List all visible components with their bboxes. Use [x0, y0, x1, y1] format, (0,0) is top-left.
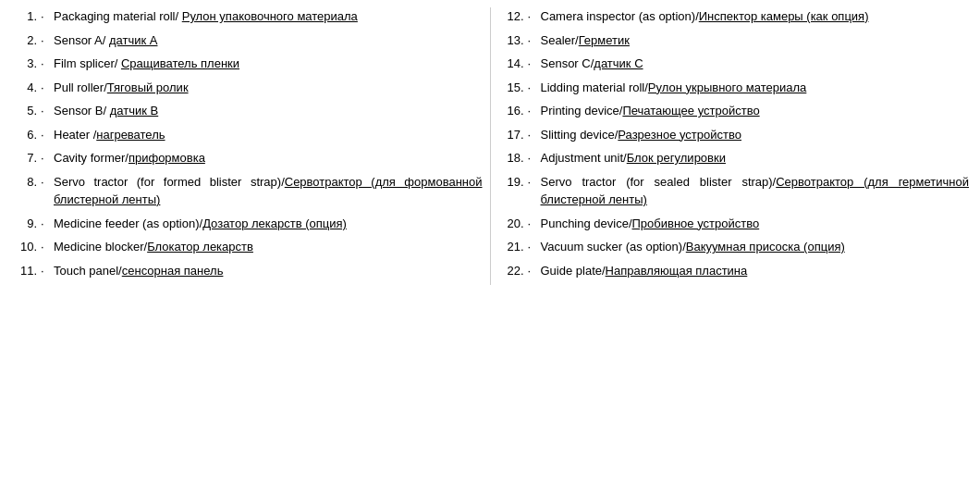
item-content: Cavity former/приформовка	[54, 149, 483, 167]
item-content: Camera inspector (as option)/Инспектор к…	[541, 7, 970, 26]
item-text-underline: Пробивное устройство	[632, 217, 760, 230]
item-content: Vacuum sucker (as option)/Вакуумная прис…	[541, 238, 970, 256]
item-bullet: ·	[41, 55, 54, 73]
item-text-underline: датчик С	[594, 56, 643, 70]
item-content: Punching device/Пробивное устройство	[541, 215, 970, 233]
item-text-underline: Дозатор лекарств (опция)	[202, 217, 347, 230]
item-number: 21.	[498, 238, 528, 256]
list-item: 3. · Film splicer/ Сращиватель пленки	[11, 55, 483, 73]
list-item: 21. · Vacuum sucker (as option)/Вакуумна…	[498, 238, 970, 256]
item-number: 14.	[498, 55, 528, 73]
item-number: 2.	[11, 31, 41, 50]
item-text-underline: нагреватель	[96, 128, 165, 142]
item-text-underline: Блокатор лекарств	[147, 240, 253, 254]
item-text-underline: приформовка	[129, 151, 205, 165]
item-number: 18.	[498, 149, 528, 167]
item-bullet: ·	[528, 102, 541, 120]
item-number: 15.	[498, 79, 528, 97]
list-item: 19. · Servo tractor (for sealed blister …	[498, 173, 970, 209]
list-item: 12. · Camera inspector (as option)/Инспе…	[498, 7, 970, 26]
item-number: 6.	[11, 126, 41, 144]
item-bullet: ·	[41, 215, 54, 233]
item-text-underline: Рулон укрывного материала	[648, 80, 806, 94]
list-item: 10. · Medicine blocker/Блокатор лекарств	[11, 238, 483, 256]
item-content: Heater /нагреватель	[54, 126, 483, 144]
list-item: 1. · Packaging material roll/ Рулон упак…	[11, 7, 483, 26]
item-text-underline: датчик В	[110, 104, 159, 118]
item-bullet: ·	[41, 126, 54, 144]
item-number: 7.	[11, 149, 41, 167]
item-text-underline: Направляющая пластина	[606, 264, 748, 278]
item-text-underline: Рулон упаковочного материала	[182, 9, 358, 23]
item-number: 9.	[11, 215, 41, 233]
item-number: 19.	[498, 173, 528, 192]
item-text-underline: Печатающее устройство	[622, 104, 759, 118]
item-number: 16.	[498, 102, 528, 120]
item-text-underline: датчик А	[109, 33, 158, 47]
list-item: 14. · Sensor C/датчик С	[498, 55, 970, 73]
item-content: Film splicer/ Сращиватель пленки	[54, 55, 483, 73]
item-content: Packaging material roll/ Рулон упаковочн…	[54, 7, 483, 26]
item-content: Sensor B/ датчик В	[54, 102, 483, 120]
item-number: 12.	[498, 7, 528, 26]
item-content: Pull roller/Тяговый ролик	[54, 79, 483, 97]
list-item: 20. · Punching device/Пробивное устройст…	[498, 215, 970, 233]
item-text-underline: сенсорная панель	[122, 264, 224, 278]
list-item: 16. · Printing device/Печатающее устройс…	[498, 102, 970, 120]
item-number: 10.	[11, 238, 41, 256]
main-container: 1. · Packaging material roll/ Рулон упак…	[0, 0, 980, 292]
item-text-underline: Разрезное устройство	[618, 128, 741, 142]
item-bullet: ·	[528, 238, 541, 256]
item-number: 4.	[11, 79, 41, 97]
item-content: Medicine feeder (as option)/Дозатор лека…	[54, 215, 483, 233]
item-content: Slitting device/Разрезное устройство	[541, 126, 970, 144]
item-content: Sensor C/датчик С	[541, 55, 970, 73]
item-content: Adjustment unit/Блок регулировки	[541, 149, 970, 167]
list-item: 6. · Heater /нагреватель	[11, 126, 483, 144]
list-item: 13. · Sealer/Герметик	[498, 31, 970, 50]
item-text-underline: Вакуумная присоска (опция)	[686, 240, 845, 254]
item-bullet: ·	[528, 79, 541, 97]
item-content: Lidding material roll/Рулон укрывного ма…	[541, 79, 970, 97]
list-item: 4. · Pull roller/Тяговый ролик	[11, 79, 483, 97]
item-number: 8.	[11, 173, 41, 192]
list-item: 5. · Sensor B/ датчик В	[11, 102, 483, 120]
item-bullet: ·	[41, 149, 54, 167]
item-bullet: ·	[41, 262, 54, 280]
item-text-underline: Тяговый ролик	[107, 80, 189, 94]
item-number: 20.	[498, 215, 528, 233]
item-content: Guide plate/Направляющая пластина	[541, 262, 970, 280]
column-2: 12. · Camera inspector (as option)/Инспе…	[491, 7, 977, 285]
item-content: Sensor A/ датчик А	[54, 31, 483, 50]
list-item: 11. · Touch panel/сенсорная панель	[11, 262, 483, 280]
item-bullet: ·	[41, 31, 54, 50]
list-item: 18. · Adjustment unit/Блок регулировки	[498, 149, 970, 167]
item-number: 3.	[11, 55, 41, 73]
item-bullet: ·	[528, 149, 541, 167]
item-content: Printing device/Печатающее устройство	[541, 102, 970, 120]
item-bullet: ·	[528, 215, 541, 233]
item-bullet: ·	[528, 173, 541, 192]
item-bullet: ·	[41, 79, 54, 97]
list-item: 22. · Guide plate/Направляющая пластина	[498, 262, 970, 280]
list-item: 2. · Sensor A/ датчик А	[11, 31, 483, 50]
item-bullet: ·	[528, 31, 541, 50]
list-item: 8. · Servo tractor (for formed blister s…	[11, 173, 483, 209]
item-bullet: ·	[528, 126, 541, 144]
column-1: 1. · Packaging material roll/ Рулон упак…	[4, 7, 491, 285]
item-text-underline: Блок регулировки	[627, 151, 726, 165]
item-content: Sealer/Герметик	[541, 31, 970, 50]
list-item: 7. · Cavity former/приформовка	[11, 149, 483, 167]
item-text-underline: Герметик	[579, 33, 630, 47]
item-text-underline: Инспектор камеры (как опция)	[699, 9, 869, 23]
item-text-underline: Сервотрактор (для формованной блистерной…	[54, 175, 483, 207]
list-item: 15. · Lidding material roll/Рулон укрывн…	[498, 79, 970, 97]
item-number: 13.	[498, 31, 528, 50]
item-bullet: ·	[528, 262, 541, 280]
item-number: 1.	[11, 7, 41, 26]
item-bullet: ·	[528, 7, 541, 26]
item-content: Servo tractor (for sealed blister strap)…	[541, 173, 970, 209]
item-bullet: ·	[41, 102, 54, 120]
item-bullet: ·	[528, 55, 541, 73]
item-content: Medicine blocker/Блокатор лекарств	[54, 238, 483, 256]
